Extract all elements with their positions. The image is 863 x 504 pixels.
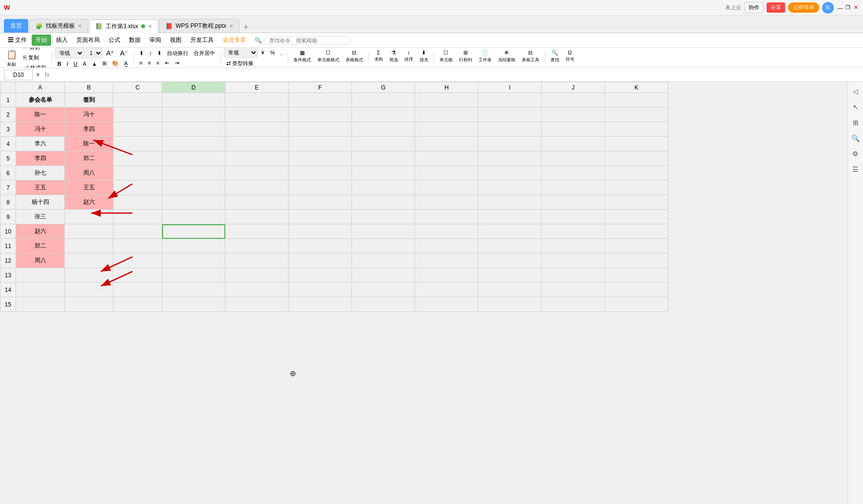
cell-C5[interactable] bbox=[113, 151, 162, 166]
menu-file[interactable]: ☰ 文件 bbox=[4, 35, 31, 46]
cell-I8[interactable] bbox=[478, 195, 542, 210]
cell-F5[interactable] bbox=[289, 151, 352, 166]
cell-button[interactable]: ☐ 单元格 bbox=[437, 49, 455, 67]
col-header-K[interactable]: K bbox=[605, 82, 668, 93]
cell-G13[interactable] bbox=[352, 268, 415, 283]
cell-K4[interactable] bbox=[605, 137, 668, 151]
underline-button[interactable]: U bbox=[71, 60, 80, 68]
cell-H11[interactable] bbox=[415, 239, 478, 253]
cell-J6[interactable] bbox=[542, 166, 605, 180]
expand-formula-icon[interactable]: ▼ bbox=[35, 72, 41, 78]
cell-D9[interactable] bbox=[162, 210, 225, 224]
cell-H10[interactable] bbox=[415, 224, 478, 239]
cell-D8[interactable] bbox=[162, 195, 225, 210]
menu-pagelayout[interactable]: 页面布局 bbox=[73, 35, 104, 46]
col-header-A[interactable]: A bbox=[16, 82, 65, 93]
row-header-13[interactable]: 13 bbox=[0, 268, 16, 283]
cell-D15[interactable] bbox=[162, 297, 225, 312]
cell-J4[interactable] bbox=[542, 137, 605, 151]
cell-B6[interactable]: 周八 bbox=[65, 166, 113, 180]
cell-F4[interactable] bbox=[289, 137, 352, 151]
symbol-button[interactable]: Ω 符号 bbox=[563, 49, 577, 67]
cell-C4[interactable] bbox=[113, 137, 162, 151]
tab-home[interactable]: 首页 bbox=[4, 19, 28, 33]
cell-I1[interactable] bbox=[478, 93, 542, 108]
cell-G12[interactable] bbox=[352, 253, 415, 268]
cell-F15[interactable] bbox=[289, 297, 352, 312]
cell-J3[interactable] bbox=[542, 122, 605, 137]
font-color-button[interactable]: A bbox=[80, 60, 89, 68]
cell-E3[interactable] bbox=[225, 122, 289, 137]
row-header-8[interactable]: 8 bbox=[0, 195, 16, 210]
cell-D4[interactable] bbox=[162, 137, 225, 151]
cell-C8[interactable] bbox=[113, 195, 162, 210]
cell-H9[interactable] bbox=[415, 210, 478, 224]
unsaved-cloud[interactable]: 未上云 bbox=[725, 4, 741, 11]
cell-A7[interactable]: 王五 bbox=[16, 180, 65, 195]
menu-start-active[interactable]: 开始 bbox=[32, 35, 51, 46]
cell-E5[interactable] bbox=[225, 151, 289, 166]
font-grow-button[interactable]: A⁺ bbox=[104, 48, 116, 58]
cell-K5[interactable] bbox=[605, 151, 668, 166]
cell-C2[interactable] bbox=[113, 108, 162, 122]
cell-C12[interactable] bbox=[113, 253, 162, 268]
cell-H14[interactable] bbox=[415, 283, 478, 297]
cell-B14[interactable] bbox=[65, 283, 113, 297]
cell-J9[interactable] bbox=[542, 210, 605, 224]
cell-F12[interactable] bbox=[289, 253, 352, 268]
cell-A10[interactable]: 赵六 bbox=[16, 224, 65, 239]
cell-I14[interactable] bbox=[478, 283, 542, 297]
cell-K9[interactable] bbox=[605, 210, 668, 224]
cell-I11[interactable] bbox=[478, 239, 542, 253]
row-header-11[interactable]: 11 bbox=[0, 239, 16, 253]
close-button[interactable]: ✕ bbox=[852, 4, 859, 11]
font-size-select[interactable]: 12 bbox=[85, 48, 103, 58]
cell-F10[interactable] bbox=[289, 224, 352, 239]
currency-button[interactable]: ¥ bbox=[259, 49, 267, 56]
row-header-3[interactable]: 3 bbox=[0, 122, 16, 137]
cell-A15[interactable] bbox=[16, 297, 65, 312]
cell-K6[interactable] bbox=[605, 166, 668, 180]
cell-F11[interactable] bbox=[289, 239, 352, 253]
cell-B5[interactable]: 郑二 bbox=[65, 151, 113, 166]
share-button[interactable]: 分享 bbox=[767, 2, 785, 13]
cell-H12[interactable] bbox=[415, 253, 478, 268]
percent-button[interactable]: % bbox=[268, 49, 277, 56]
cell-E1[interactable] bbox=[225, 93, 289, 108]
fill-button[interactable]: ⬇ 填充 bbox=[417, 49, 431, 67]
cell-I10[interactable] bbox=[478, 224, 542, 239]
menu-review[interactable]: 审阅 bbox=[146, 35, 165, 46]
cell-I7[interactable] bbox=[478, 180, 542, 195]
cell-I6[interactable] bbox=[478, 166, 542, 180]
cell-D5[interactable] bbox=[162, 151, 225, 166]
cell-J8[interactable] bbox=[542, 195, 605, 210]
cell-I5[interactable] bbox=[478, 151, 542, 166]
cell-E4[interactable] bbox=[225, 137, 289, 151]
format-painter-button[interactable]: 🖌 格式刷 bbox=[21, 63, 49, 68]
cell-E7[interactable] bbox=[225, 180, 289, 195]
align-right-button[interactable]: ≡ bbox=[154, 59, 162, 67]
cell-C9[interactable] bbox=[113, 210, 162, 224]
minimize-button[interactable]: — bbox=[837, 4, 844, 11]
indent-right-button[interactable]: ⇥ bbox=[172, 59, 182, 67]
col-header-C[interactable]: C bbox=[113, 82, 162, 93]
align-bottom-button[interactable]: ⬇ bbox=[155, 49, 164, 58]
col-header-B[interactable]: B bbox=[65, 82, 113, 93]
col-header-E[interactable]: E bbox=[225, 82, 289, 93]
sort-button[interactable]: ↕ 排序 bbox=[402, 49, 416, 67]
cell-F8[interactable] bbox=[289, 195, 352, 210]
cell-A14[interactable] bbox=[16, 283, 65, 297]
menu-vip[interactable]: 会员专享 bbox=[219, 35, 250, 46]
restore-button[interactable]: ❐ bbox=[845, 4, 851, 11]
sidebar-grid-icon[interactable]: ⊞ bbox=[850, 117, 862, 128]
row-header-15[interactable]: 15 bbox=[0, 297, 16, 312]
cell-B2[interactable]: 冯十 bbox=[65, 108, 113, 122]
collab-button[interactable]: 协作 bbox=[744, 2, 764, 13]
cell-A2[interactable]: 陈一 bbox=[16, 108, 65, 122]
cell-D13[interactable] bbox=[162, 268, 225, 283]
tab-template[interactable]: 🧩 找板壳模板 ✕ bbox=[29, 19, 88, 33]
cell-E15[interactable] bbox=[225, 297, 289, 312]
row-header-6[interactable]: 6 bbox=[0, 166, 16, 180]
cell-E13[interactable] bbox=[225, 268, 289, 283]
filter-button[interactable]: ⚗ 简选 bbox=[387, 49, 401, 67]
